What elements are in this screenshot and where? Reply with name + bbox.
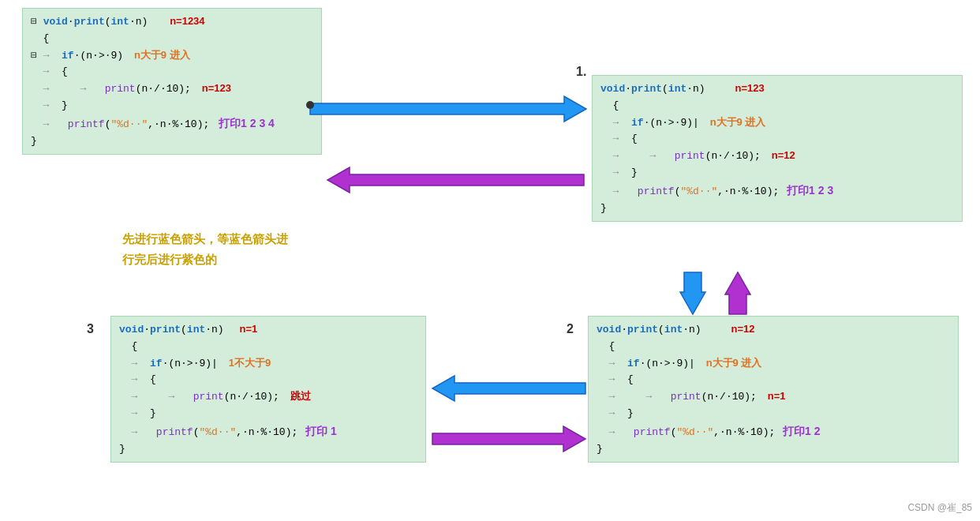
svg-marker-6 [432,426,585,452]
svg-marker-2 [327,167,584,193]
code-block-main: ⊟ void·print(int·n) n=1234 { ⊟ → if·(n·>… [22,8,322,155]
bl-line-3: → if·(n·>·9)| 1不大于9 [119,355,417,373]
br-line-4: → { [597,372,950,388]
code-line-5: → → print(n·/·10); n=123 [31,81,313,98]
svg-marker-0 [310,96,586,122]
csdn-watermark: CSDN @崔_85 [907,501,972,515]
tr-line-8: } [600,201,954,217]
code-block-3: void·print(int·n) n=1 { → if·(n·>·9)| 1不… [110,316,426,463]
code-line-3: ⊟ → if·(n·>·9) n大于9 进入 [31,47,313,65]
tr-line-5: → → print(n·/·10); n=12 [600,148,954,165]
bl-line-4: → { [119,372,417,388]
br-line-2: { [597,339,950,355]
bl-line-1: void·print(int·n) n=1 [119,321,417,339]
code-line-2: { [31,31,313,47]
br-line-5: → → print(n·/·10); n=1 [597,388,950,406]
code-line-6: → } [31,98,313,114]
tr-line-2: { [600,98,954,114]
tr-line-7: → printf("%d··",·n·%·10); 打印1 2 3 [600,182,954,201]
svg-marker-5 [432,376,585,401]
br-line-6: → } [597,406,950,422]
code-line-7: → printf("%d··",·n·%·10); 打印1 2 3 4 [31,114,313,133]
bl-line-8: } [119,441,417,458]
tr-line-4: → { [600,131,954,148]
code-block-2: void·print(int·n) n=12 { → if·(n·>·9)| n… [588,316,959,463]
br-line-3: → if·(n·>·9)| n大于9 进入 [597,355,950,373]
tr-line-1: void·print(int·n) n=123 [600,81,954,98]
code-line-8: } [31,133,313,150]
bl-line-7: → printf("%d··",·n·%·10); 打印 1 [119,422,417,441]
br-line-1: void·print(int·n) n=12 [597,321,950,339]
svg-marker-4 [725,272,750,314]
bl-line-2: { [119,339,417,355]
code-line-4: → { [31,64,313,81]
code-block-1: void·print(int·n) n=123 { → if·(n·>·9)| … [592,75,963,222]
tr-line-3: → if·(n·>·9)| n大于9 进入 [600,114,954,132]
bl-line-5: → → print(n·/·10); 跳过 [119,388,417,406]
tr-line-6: → } [600,165,954,182]
svg-marker-3 [680,272,705,314]
bl-line-6: → } [119,406,417,422]
br-line-7: → printf("%d··",·n·%·10); 打印1 2 [597,422,950,441]
code-line-1: ⊟ void·print(int·n) n=1234 [31,13,313,31]
br-line-8: } [597,441,950,458]
explanation-text: 先进行蓝色箭头，等蓝色箭头进 行完后进行紫色的 [122,229,288,269]
